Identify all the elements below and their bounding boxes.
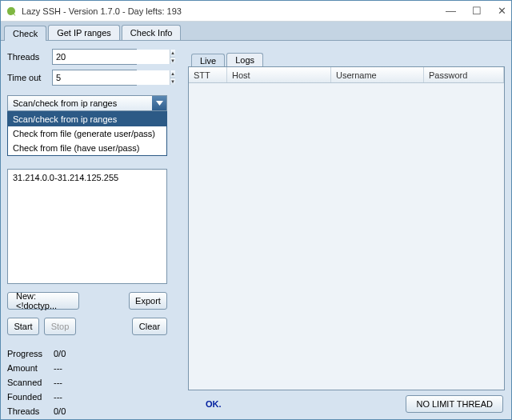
app-window: Lazy SSH - Version 1.7.0 - Day lefts: 19… [0,0,512,420]
window-controls: — ☐ ✕ [446,6,506,16]
start-button[interactable]: Start [7,318,39,335]
mode-option-file-have[interactable]: Check from file (have user/pass) [8,141,166,155]
timeout-spin-up[interactable]: ▲ [170,70,175,78]
bottom-bar: OK. NO LIMIT THREAD [188,394,505,414]
threads-label: Threads [7,52,52,62]
stats-panel: Progress0/0 Amount--- Scanned--- Founded… [7,346,180,418]
chevron-down-icon [152,96,166,110]
amount-value: --- [54,363,62,373]
close-button[interactable]: ✕ [498,6,506,16]
amount-label: Amount [7,363,54,373]
timeout-spinner: ▲ ▼ [170,70,175,85]
results-table: STT Host Username Password [188,66,505,390]
ip-range-list[interactable]: 31.214.0.0-31.214.125.255 [7,169,167,284]
timeout-spin-down[interactable]: ▼ [170,78,175,86]
minimize-button[interactable]: — [446,6,456,16]
scanned-value: --- [54,378,62,387]
export-button[interactable]: Export [129,292,167,310]
founded-value: --- [54,392,62,402]
stop-button[interactable]: Stop [44,318,76,335]
table-body[interactable] [189,83,504,390]
clear-button[interactable]: Clear [132,318,167,335]
tab-logs[interactable]: Logs [226,53,263,66]
tab-live[interactable]: Live [191,54,225,67]
col-password[interactable]: Password [424,67,504,82]
status-text: OK. [190,399,222,409]
progress-value: 0/0 [54,349,66,358]
result-tabs: Live Logs [188,49,505,66]
threads-stat-value: 0/0 [54,406,66,416]
left-panel: Threads ▲ ▼ Time out ▲ ▼ [7,49,180,419]
timeout-input[interactable] [53,70,170,85]
threads-spin-up[interactable]: ▲ [170,50,175,58]
timeout-input-wrap: ▲ ▼ [52,70,137,86]
table-header: STT Host Username Password [189,67,504,83]
mode-select[interactable]: Scan/check from ip ranges Scan/check fro… [7,95,167,111]
tab-check[interactable]: Check [4,26,46,41]
col-username[interactable]: Username [331,67,424,82]
progress-label: Progress [7,349,54,358]
no-limit-thread-button[interactable]: NO LIMIT THREAD [406,395,503,413]
tab-get-ip-ranges[interactable]: Get IP ranges [48,25,120,40]
ip-range-item[interactable]: 31.214.0.0-31.214.125.255 [13,173,162,182]
threads-spin-down[interactable]: ▼ [170,58,175,65]
col-stt[interactable]: STT [189,67,227,82]
main-tabs: Check Get IP ranges Check Info [1,22,511,41]
threads-spinner: ▲ ▼ [170,50,175,64]
founded-label: Founded [7,392,54,402]
threads-stat-label: Threads [7,406,54,416]
mode-select-text: Scan/check from ip ranges [8,98,152,108]
col-host[interactable]: Host [227,67,331,82]
titlebar: Lazy SSH - Version 1.7.0 - Day lefts: 19… [1,1,511,22]
timeout-label: Time out [7,73,52,82]
window-title: Lazy SSH - Version 1.7.0 - Day lefts: 19… [22,6,446,16]
tab-check-info[interactable]: Check Info [122,25,182,40]
threads-input[interactable] [53,50,170,64]
maximize-button[interactable]: ☐ [472,6,482,16]
scanned-label: Scanned [7,378,54,387]
new-button[interactable]: New: <!doctyp... [7,292,79,310]
mode-option-file-gen[interactable]: Check from file (generate user/pass) [8,126,166,141]
app-icon [6,6,17,17]
mode-select-dropdown: Scan/check from ip ranges Check from fil… [7,111,167,156]
right-panel: Live Logs STT Host Username Password OK.… [188,49,505,414]
body-area: Threads ▲ ▼ Time out ▲ ▼ [1,41,511,420]
threads-input-wrap: ▲ ▼ [52,49,137,65]
mode-option-scan[interactable]: Scan/check from ip ranges [8,112,166,126]
